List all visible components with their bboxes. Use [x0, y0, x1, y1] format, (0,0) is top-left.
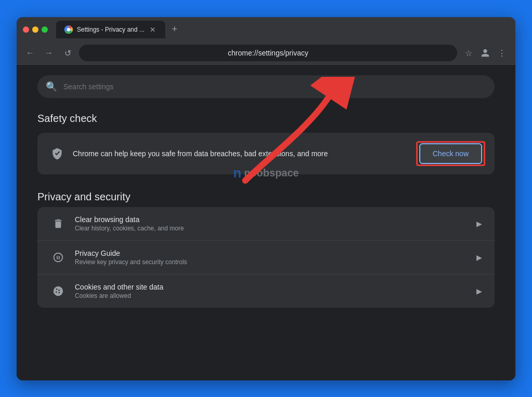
tab-favicon	[64, 25, 73, 34]
clear-browsing-data-text: Clear browsing data Clear history, cooki…	[75, 215, 468, 232]
svg-point-7	[56, 291, 57, 293]
menu-icon[interactable]: ⋮	[495, 46, 509, 60]
forward-button[interactable]: →	[42, 46, 56, 60]
watermark-logo-icon: n	[233, 165, 241, 181]
watermark: n noobspace	[233, 165, 299, 181]
svg-point-8	[58, 292, 60, 293]
svg-point-2	[67, 28, 70, 31]
clear-browsing-data-item[interactable]: Clear browsing data Clear history, cooki…	[37, 207, 495, 241]
cookies-desc: Cookies are allowed	[75, 292, 468, 299]
safety-check-title: Safety check	[37, 113, 495, 125]
trash-icon	[50, 215, 66, 232]
svg-point-6	[58, 289, 60, 291]
profile-icon[interactable]	[478, 46, 493, 60]
shield-icon	[50, 146, 64, 161]
safety-check-text: Chrome can help keep you safe from data …	[73, 149, 411, 158]
close-button[interactable]	[23, 26, 29, 33]
privacy-guide-title: Privacy Guide	[75, 249, 468, 257]
chevron-right-icon-2: ▶	[476, 253, 482, 262]
chevron-right-icon-3: ▶	[476, 287, 482, 295]
privacy-security-section: Privacy and security	[37, 191, 495, 308]
watermark-text: noobspace	[244, 167, 299, 179]
browser-window: Settings - Privacy and ... ✕ + ← → ↺ ☆ ⋮…	[17, 17, 515, 380]
privacy-guide-text: Privacy Guide Review key privacy and sec…	[75, 249, 468, 266]
check-now-container: Check now	[419, 143, 482, 164]
clear-browsing-data-desc: Clear history, cookies, cache, and more	[75, 225, 468, 232]
new-tab-button[interactable]: +	[167, 22, 182, 37]
title-bar: Settings - Privacy and ... ✕ +	[17, 17, 515, 42]
traffic-lights	[23, 26, 48, 33]
maximize-button[interactable]	[42, 26, 48, 33]
cookies-text: Cookies and other site data Cookies are …	[75, 283, 468, 299]
minimize-button[interactable]	[32, 26, 38, 33]
svg-point-5	[56, 288, 58, 290]
search-input[interactable]	[63, 83, 486, 91]
tab-label: Settings - Privacy and ...	[77, 26, 144, 33]
cookies-item[interactable]: Cookies and other site data Cookies are …	[37, 275, 495, 308]
toolbar-icons: ☆ ⋮	[461, 46, 509, 60]
tab-area: Settings - Privacy and ... ✕ +	[52, 21, 509, 38]
page-content: 🔍 Safety check Chrome can help keep you …	[17, 65, 515, 380]
privacy-guide-item[interactable]: Privacy Guide Review key privacy and sec…	[37, 241, 495, 275]
search-bar: 🔍	[37, 75, 495, 98]
address-bar-row: ← → ↺ ☆ ⋮	[17, 42, 515, 65]
search-icon: 🔍	[46, 81, 57, 92]
address-input[interactable]	[79, 45, 457, 61]
bookmark-icon[interactable]: ☆	[461, 46, 476, 60]
svg-point-4	[54, 286, 63, 295]
tab-close-icon[interactable]: ✕	[149, 25, 157, 34]
back-button[interactable]: ←	[23, 46, 37, 60]
reload-button[interactable]: ↺	[60, 46, 75, 60]
active-tab[interactable]: Settings - Privacy and ... ✕	[56, 21, 165, 38]
cookies-title: Cookies and other site data	[75, 283, 468, 291]
compass-icon	[50, 249, 66, 266]
chevron-right-icon: ▶	[476, 220, 482, 228]
cookie-icon	[50, 283, 66, 299]
settings-list: Clear browsing data Clear history, cooki…	[37, 207, 495, 308]
clear-browsing-data-title: Clear browsing data	[75, 215, 468, 224]
privacy-security-title: Privacy and security	[37, 191, 495, 203]
check-now-button[interactable]: Check now	[419, 143, 482, 164]
privacy-guide-desc: Review key privacy and security controls	[75, 258, 468, 266]
